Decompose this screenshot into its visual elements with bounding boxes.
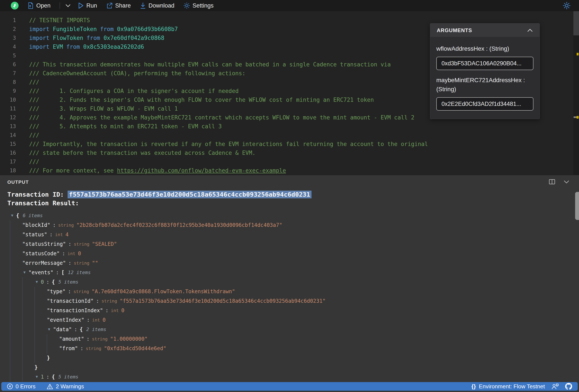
- json-row: "transactionIndex":int0: [7, 306, 579, 315]
- code-token: from: [97, 26, 114, 32]
- line-number: 5: [0, 51, 17, 60]
- code-token: /// Importantly, the transaction is reve…: [29, 141, 428, 147]
- indent-guide: [22, 363, 35, 372]
- code-line: /// This transaction demonstrates how mu…: [29, 60, 428, 69]
- flow-logo[interactable]: [11, 2, 19, 9]
- collapse-arrow-icon[interactable]: ▼: [23, 268, 26, 277]
- json-colon: :: [46, 372, 49, 382]
- download-icon: [140, 2, 146, 9]
- line-number: 16: [0, 149, 17, 157]
- indent-guide: [10, 325, 22, 334]
- line-number: 13: [0, 122, 17, 131]
- indent-guide: [10, 230, 22, 239]
- gear-icon: [184, 2, 190, 9]
- json-colon: :: [86, 334, 90, 344]
- json-key: "transactionId": [47, 296, 94, 306]
- open-button[interactable]: Open: [28, 2, 51, 9]
- json-open-brace: {: [52, 277, 55, 287]
- collapse-arrow-icon[interactable]: ▼: [10, 211, 14, 220]
- json-row: ▼0:{5 items: [7, 277, 579, 287]
- warnings-indicator[interactable]: 2 Warnings: [47, 383, 84, 390]
- json-colon: :: [80, 344, 83, 353]
- indent-guide: [35, 344, 47, 353]
- arguments-panel-header[interactable]: ARGUMENTS: [430, 23, 539, 37]
- open-dropdown-button[interactable]: [65, 4, 71, 7]
- run-button[interactable]: Run: [78, 2, 97, 9]
- code-token: 0x9a0766d93b6608b7: [114, 26, 178, 32]
- json-tree: ▼{6 items"blockId":string"2b28cbfb87da2c…: [7, 211, 579, 382]
- errors-indicator[interactable]: 0 Errors: [7, 383, 35, 390]
- json-row: }: [7, 353, 579, 363]
- code-lines: // TESTNET IMPORTSimport FungibleToken f…: [17, 11, 428, 175]
- collapse-arrow-icon[interactable]: ▼: [35, 372, 39, 382]
- line-number: 4: [0, 43, 17, 51]
- indent-guide: [10, 287, 22, 296]
- json-value: "f557a1573b76aa53e73d46f3e10d200d5c18a65…: [120, 296, 326, 306]
- json-type-label: string: [86, 344, 101, 353]
- line-number: 6: [0, 60, 17, 69]
- github-icon[interactable]: [565, 383, 572, 390]
- indent-guide: [22, 277, 35, 287]
- share-button[interactable]: Share: [106, 2, 131, 9]
- code-token: import: [29, 44, 49, 50]
- flow-logo-icon: [12, 3, 17, 8]
- code-line: import FlowToken from 0x7e60df042a9c0868: [29, 34, 428, 43]
- code-token: // TESTNET IMPORTS: [29, 17, 90, 23]
- chevron-up-icon[interactable]: [527, 28, 533, 32]
- json-key: "type": [47, 287, 66, 296]
- json-row: "eventIndex":int0: [7, 315, 579, 325]
- json-row: ▼"events":[12 items: [7, 268, 579, 277]
- line-number: 11: [0, 104, 17, 113]
- code-token: /// 4. Approves the example MaybeMintERC…: [29, 114, 414, 121]
- settings-button[interactable]: Settings: [184, 2, 214, 9]
- json-key: "data": [53, 325, 72, 334]
- theme-toggle-button[interactable]: [563, 2, 570, 9]
- indent-guide: [10, 315, 22, 325]
- split-view-icon[interactable]: [549, 179, 555, 185]
- line-number: 3: [0, 34, 17, 43]
- indent-guide: [10, 363, 22, 372]
- code-link[interactable]: https://github.com/onflow/batched-evm-ex…: [117, 167, 286, 174]
- json-value: 4: [66, 230, 69, 239]
- feedback-person-icon[interactable]: [551, 383, 559, 390]
- indent-guide: [10, 372, 22, 382]
- json-item-count: 2 items: [86, 325, 106, 334]
- code-line: /// state before the transaction was exe…: [29, 149, 428, 157]
- arguments-panel: ARGUMENTS wflowAddressHex : (String) may…: [430, 23, 540, 119]
- editor-scrollbar-thumb[interactable]: [573, 11, 579, 35]
- indent-guide: [22, 306, 35, 315]
- output-scrollbar-thumb[interactable]: [575, 192, 579, 220]
- transaction-result-label: Transaction Result:: [7, 199, 79, 207]
- arguments-panel-body: wflowAddressHex : (String) maybeMintERC7…: [430, 37, 539, 116]
- argument-input-wflow[interactable]: [436, 57, 533, 70]
- transaction-summary: Transaction ID: f557a1573b76aa53e73d46f3…: [7, 190, 579, 207]
- download-button[interactable]: Download: [140, 2, 174, 9]
- json-type-label: string: [58, 220, 74, 230]
- code-token: FungibleToken: [49, 26, 97, 32]
- json-row: "blockId":string"2b28cbfb87da2cfec4f0232…: [7, 220, 579, 230]
- sun-icon: [563, 2, 570, 9]
- transaction-id-label: Transaction ID:: [7, 191, 64, 198]
- collapse-output-chevron-icon[interactable]: [564, 180, 570, 184]
- collapse-arrow-icon[interactable]: ▼: [47, 325, 51, 334]
- json-type-label: string: [74, 239, 89, 249]
- warning-marker: [577, 116, 579, 118]
- json-key: "statusCode": [22, 249, 60, 258]
- editor-scrollbar[interactable]: [573, 11, 579, 175]
- arguments-title: ARGUMENTS: [437, 27, 472, 33]
- code-token: /// CadenceOwnedAccount (COA), performin…: [29, 70, 245, 77]
- code-token: /// 5. Attempts to mint an ERC721 token …: [29, 123, 222, 130]
- argument-input-maybemint[interactable]: [436, 97, 533, 111]
- json-key: "blockId": [22, 220, 50, 230]
- line-numbers: 123456789101112131415161718: [0, 11, 17, 175]
- collapse-arrow-icon[interactable]: ▼: [35, 277, 39, 287]
- indent-guide: [22, 296, 35, 306]
- indent-guide: [22, 372, 35, 382]
- error-circle-icon: [7, 383, 13, 390]
- indent-guide: [10, 268, 22, 277]
- code-token: ///: [29, 159, 39, 165]
- json-open-brace: {: [52, 372, 55, 382]
- toolbar-divider: [60, 2, 60, 9]
- settings-label: Settings: [193, 2, 214, 9]
- indent-guide: [35, 287, 47, 296]
